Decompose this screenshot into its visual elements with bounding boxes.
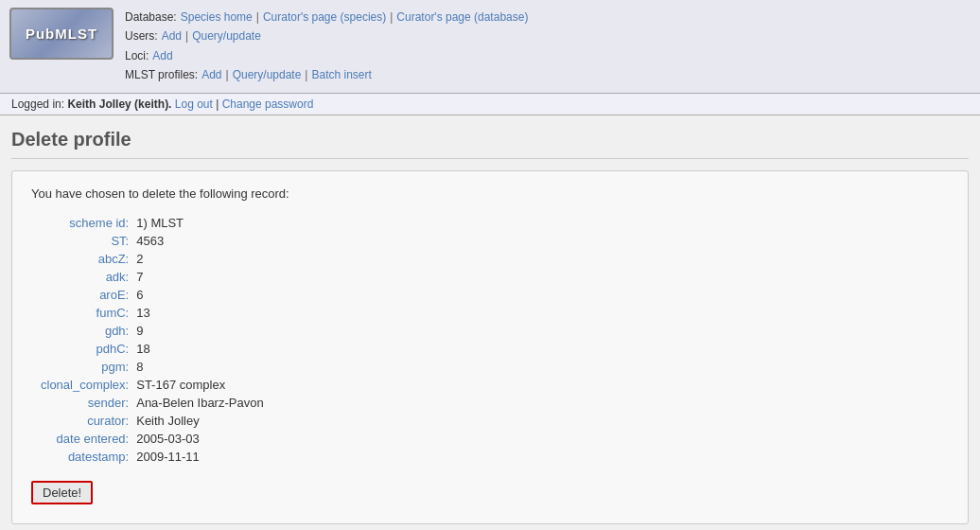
record-table: scheme id:1) MLSTST:4563abcZ:2adk:7aroE:… [41,214,270,466]
login-prefix: Logged in: [11,97,64,111]
field-value-cell: 13 [136,304,269,322]
content-box: You have chosen to delete the following … [11,170,969,524]
field-value-cell: 7 [136,268,269,286]
field-value-cell: 2009-11-11 [136,448,269,466]
mlst-batch-link[interactable]: Batch insert [311,65,371,84]
table-row: scheme id:1) MLST [41,214,270,232]
field-value-cell: 2005-03-03 [136,430,269,448]
table-row: clonal_complex:ST-167 complex [41,376,270,394]
field-name-cell: ST: [41,232,136,250]
users-query-link[interactable]: Query/update [192,26,261,45]
field-value-cell: 18 [136,340,269,358]
field-name-cell: pdhC: [41,340,136,358]
field-value-cell: 4563 [136,232,269,250]
loci-label: Loci: [125,46,149,65]
table-row: aroE:6 [41,286,270,304]
field-name-cell: abcZ: [41,250,136,268]
main-content: Delete profile You have chosen to delete… [0,115,980,530]
database-label: Database: [125,8,177,26]
loci-add-link[interactable]: Add [152,46,172,65]
page-header: PubMLST Database: Species home | Curator… [0,0,980,94]
users-label: Users: [125,26,158,45]
field-name-cell: scheme id: [41,214,136,232]
database-nav-row: Database: Species home | Curator's page … [125,8,971,26]
table-row: pdhC:18 [41,340,270,358]
page-title: Delete profile [11,123,969,159]
field-name-cell: fumC: [41,304,136,322]
logout-link[interactable]: Log out [175,97,213,111]
table-row: fumC:13 [41,304,270,322]
table-row: gdh:9 [41,322,270,340]
field-value-cell: Keith Jolley [136,412,269,430]
table-row: ST:4563 [41,232,270,250]
field-name-cell: curator: [41,412,136,430]
field-name-cell: gdh: [41,322,136,340]
mlst-label: MLST profiles: [125,65,198,84]
field-name-cell: pgm: [41,358,136,376]
table-row: datestamp:2009-11-11 [41,448,270,466]
field-value-cell: 9 [136,322,269,340]
table-row: curator:Keith Jolley [41,412,270,430]
field-value-cell: 8 [136,358,269,376]
logged-in-user: Keith Jolley (keith). [67,97,174,111]
mlst-add-link[interactable]: Add [201,65,221,84]
curators-database-link[interactable]: Curator's page (database) [396,8,528,26]
intro-text: You have chosen to delete the following … [31,186,949,201]
table-row: date entered:2005-03-03 [41,430,270,448]
loci-nav-row: Loci: Add [125,46,971,65]
field-value-cell: Ana-Belen Ibarz-Pavon [136,394,269,412]
mlst-query-link[interactable]: Query/update [233,65,302,84]
field-value-cell: ST-167 complex [136,376,269,394]
pubmlst-logo: PubMLST [9,8,114,60]
mlst-nav-row: MLST profiles: Add | Query/update | Batc… [125,65,971,84]
users-nav-row: Users: Add | Query/update [125,26,971,45]
users-add-link[interactable]: Add [162,26,182,45]
field-name-cell: datestamp: [41,448,136,466]
table-row: pgm:8 [41,358,270,376]
field-name-cell: aroE: [41,286,136,304]
login-bar: Logged in: Keith Jolley (keith). Log out… [0,94,980,115]
table-row: adk:7 [41,268,270,286]
logo-area: PubMLST [9,8,114,60]
species-home-link[interactable]: Species home [181,8,253,26]
field-value-cell: 2 [136,250,269,268]
field-name-cell: date entered: [41,430,136,448]
change-password-link[interactable]: Change password [222,97,314,111]
delete-button[interactable]: Delete! [31,481,93,504]
field-value-cell: 6 [136,286,269,304]
field-name-cell: clonal_complex: [41,376,136,394]
table-row: abcZ:2 [41,250,270,268]
field-name-cell: sender: [41,394,136,412]
curators-species-link[interactable]: Curator's page (species) [263,8,386,26]
nav-area: Database: Species home | Curator's page … [125,8,971,85]
table-row: sender:Ana-Belen Ibarz-Pavon [41,394,270,412]
field-name-cell: adk: [41,268,136,286]
field-value-cell: 1) MLST [136,214,269,232]
